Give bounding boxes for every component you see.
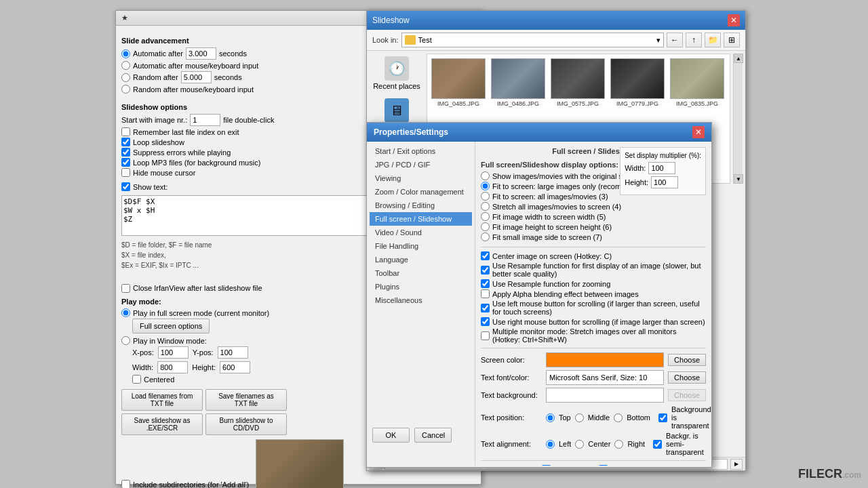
ypos-input[interactable] bbox=[218, 346, 248, 359]
center-image-checkbox[interactable] bbox=[481, 251, 490, 260]
list-item[interactable]: IMG_0779.JPG bbox=[609, 57, 666, 108]
text-align-center-radio[interactable] bbox=[575, 440, 584, 449]
text-bg-row: Text background: Choose bbox=[481, 388, 706, 403]
auto-seconds-input[interactable] bbox=[186, 47, 216, 60]
show-text-fullscreen-checkbox[interactable] bbox=[542, 465, 551, 466]
display-radio-1[interactable] bbox=[481, 182, 490, 190]
full-screen-options-button[interactable]: Full screen options bbox=[132, 319, 210, 333]
display-radio-5[interactable] bbox=[481, 222, 490, 231]
subdirs-checkbox[interactable] bbox=[121, 480, 130, 488]
nav-right-button[interactable]: ▶ bbox=[730, 459, 743, 470]
menu-item-video[interactable]: Video / Sound bbox=[370, 226, 472, 239]
resample-first-checkbox[interactable] bbox=[481, 266, 490, 274]
hide-cursor-checkbox[interactable] bbox=[121, 168, 130, 177]
display-radio-3[interactable] bbox=[481, 202, 490, 211]
right-mouse-scroll-check: Use right mouse button for scrolling (if… bbox=[481, 317, 706, 326]
remember-checkbox[interactable] bbox=[121, 127, 130, 136]
save-txt-button[interactable]: Save filenames as TXT file bbox=[205, 389, 287, 411]
menu-item-fullscreen[interactable]: Full screen / Slideshow bbox=[370, 212, 472, 226]
xpos-input[interactable] bbox=[158, 346, 189, 359]
right-mouse-scroll-checkbox[interactable] bbox=[481, 317, 490, 326]
display-radio-2[interactable] bbox=[481, 192, 490, 201]
menu-item-language[interactable]: Language bbox=[370, 253, 472, 266]
thumb-image bbox=[610, 58, 665, 99]
multi-monitor-checkbox[interactable] bbox=[481, 331, 490, 340]
multi-monitor-check: Multiple monitor mode: Stretch images ov… bbox=[481, 327, 706, 344]
text-pos-bottom-radio[interactable] bbox=[614, 413, 623, 422]
list-item[interactable]: IMG_0575.JPG bbox=[549, 57, 606, 108]
start-image-input[interactable] bbox=[190, 114, 220, 126]
vertical-scrollbar[interactable]: ▲ ▼ bbox=[733, 54, 743, 184]
text-align-left-radio[interactable] bbox=[546, 440, 555, 449]
show-text-fullscreen-label: Show text: bbox=[557, 466, 592, 466]
menu-item-misc[interactable]: Miscellaneous bbox=[370, 293, 472, 307]
menu-item-plugins[interactable]: Plugins bbox=[370, 280, 472, 293]
list-item[interactable]: IMG_0485.JPG bbox=[430, 57, 487, 108]
save-exe-button[interactable]: Save slideshow as .EXE/SCR bbox=[121, 413, 203, 435]
suppress-label: Suppress errors while playing bbox=[133, 148, 231, 157]
thumb-filename: IMG_0485.JPG bbox=[437, 100, 479, 107]
thumb-image bbox=[431, 58, 486, 99]
up-folder-button[interactable]: ↑ bbox=[686, 33, 702, 47]
auto-radio[interactable] bbox=[121, 49, 130, 58]
menu-item-start-exit[interactable]: Start / Exit options bbox=[370, 144, 472, 158]
close-irfanview-checkbox[interactable] bbox=[121, 284, 130, 293]
text-font-choose-button[interactable]: Choose bbox=[668, 371, 706, 384]
props-close-button[interactable]: ✕ bbox=[692, 126, 705, 138]
slideshow-close-button[interactable]: ✕ bbox=[728, 14, 740, 26]
loop-checkbox[interactable] bbox=[121, 138, 130, 146]
location-combo[interactable]: Test ▾ bbox=[401, 33, 664, 47]
multiplier-width-input[interactable] bbox=[648, 162, 675, 174]
text-align-right-radio[interactable] bbox=[614, 440, 623, 449]
bg-semi-transparent-checkbox[interactable] bbox=[653, 440, 662, 449]
alpha-blend-checkbox[interactable] bbox=[481, 289, 490, 298]
display-radio-4[interactable] bbox=[481, 212, 490, 221]
screen-color-choose-button[interactable]: Choose bbox=[668, 354, 706, 366]
resample-first-check: Use Resample function for first display … bbox=[481, 262, 706, 278]
loop-mp3-checkbox[interactable] bbox=[121, 158, 130, 167]
view-options-button[interactable]: ⊞ bbox=[724, 33, 740, 47]
display-radio-0[interactable] bbox=[481, 171, 490, 180]
display-radio-6[interactable] bbox=[481, 232, 490, 241]
random-seconds-input[interactable] bbox=[181, 71, 212, 83]
recent-places-item[interactable]: 🕐 Recent places bbox=[370, 54, 424, 93]
suppress-checkbox[interactable] bbox=[121, 148, 130, 157]
random-mouse-radio[interactable] bbox=[121, 85, 130, 94]
full-screen-radio[interactable] bbox=[121, 308, 130, 317]
auto-mouse-radio[interactable] bbox=[121, 61, 130, 70]
left-mouse-scroll-checkbox[interactable] bbox=[481, 304, 490, 312]
text-pos-top-radio[interactable] bbox=[546, 413, 555, 422]
random-radio[interactable] bbox=[121, 73, 130, 82]
menu-item-browsing[interactable]: Browsing / Editing bbox=[370, 199, 472, 212]
height-input[interactable] bbox=[220, 361, 250, 373]
screen-color-swatch bbox=[546, 352, 664, 367]
menu-item-toolbar[interactable]: Toolbar bbox=[370, 266, 472, 280]
load-txt-button[interactable]: Load filenames from TXT file bbox=[121, 389, 203, 411]
hide-mouse-cursor-checkbox[interactable] bbox=[599, 465, 608, 466]
multiplier-height-input[interactable] bbox=[651, 176, 678, 188]
menu-item-jpg[interactable]: JPG / PCD / GIF bbox=[370, 158, 472, 171]
props-cancel-button[interactable]: Cancel bbox=[414, 428, 452, 443]
list-item[interactable]: IMG_0835.JPG bbox=[669, 57, 726, 108]
menu-item-zoom[interactable]: Zoom / Color management bbox=[370, 185, 472, 199]
burn-button[interactable]: Burn slideshow to CD/DVD bbox=[205, 413, 287, 435]
props-ok-button[interactable]: OK bbox=[372, 428, 410, 443]
props-body: Start / Exit options JPG / PCD / GIF Vie… bbox=[367, 142, 711, 466]
hide-cursor-label: Hide mouse cursor bbox=[133, 169, 195, 177]
list-item[interactable]: IMG_0486.JPG bbox=[490, 57, 547, 108]
show-text-checkbox[interactable] bbox=[121, 182, 130, 191]
display-option-6: Fit small image side to screen (7) bbox=[481, 232, 706, 241]
text-pos-middle-radio[interactable] bbox=[575, 413, 584, 422]
bg-transparent-checkbox[interactable] bbox=[658, 413, 667, 422]
scroll-up-button[interactable]: ▲ bbox=[734, 54, 743, 63]
scroll-down-button[interactable]: ▼ bbox=[734, 174, 743, 184]
menu-item-viewing[interactable]: Viewing bbox=[370, 171, 472, 185]
back-nav-button[interactable]: ← bbox=[667, 33, 683, 47]
display-option-3: Stretch all images/movies to screen (4) bbox=[481, 202, 706, 211]
centered-checkbox[interactable] bbox=[132, 375, 141, 384]
window-mode-radio[interactable] bbox=[121, 336, 130, 345]
menu-item-file-handling[interactable]: File Handling bbox=[370, 239, 472, 253]
resample-zoom-checkbox[interactable] bbox=[481, 279, 490, 288]
new-folder-button[interactable]: 📁 bbox=[705, 33, 721, 47]
width-input[interactable] bbox=[157, 361, 188, 373]
